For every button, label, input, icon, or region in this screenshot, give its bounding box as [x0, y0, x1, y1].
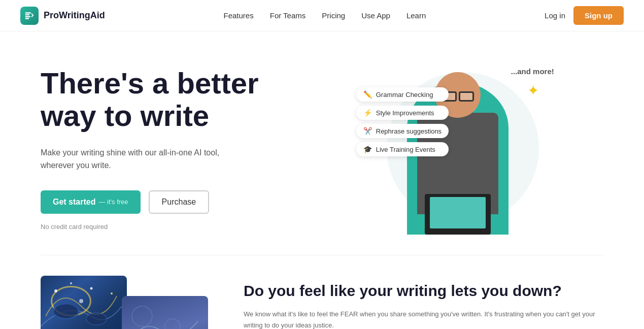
hero-right: ...and more! ✦ [322, 57, 604, 240]
second-card-svg [122, 296, 208, 329]
nav-for-teams[interactable]: For Teams [270, 11, 306, 20]
second-card-inner [122, 296, 208, 329]
svg-point-0 [54, 289, 57, 292]
logo-icon [20, 7, 39, 25]
login-button[interactable]: Log in [545, 11, 565, 20]
rephrase-icon: ✂️ [363, 127, 372, 135]
nav-pricing[interactable]: Pricing [322, 11, 345, 20]
chip-grammar: ✏️ Grammar Checking [356, 87, 449, 102]
second-title: Do you feel like your writing lets you d… [244, 281, 603, 301]
painting-card-starry [41, 276, 127, 329]
logo-area[interactable]: ProWritingAid [20, 7, 105, 25]
svg-point-2 [90, 287, 93, 290]
hero-subtitle: Make your writing shine with our all-in-… [41, 146, 244, 172]
no-credit-text: No credit card required [41, 223, 322, 231]
signup-button[interactable]: Sign up [573, 6, 624, 25]
second-section: My idea in my head Do you feel like your… [0, 255, 644, 329]
svg-point-7 [132, 306, 152, 326]
hero-section: There's a better way to write Make your … [0, 31, 644, 255]
nav-use-app[interactable]: Use App [361, 11, 390, 20]
second-text: Do you feel like your writing lets you d… [244, 276, 603, 329]
brand-name: ProWritingAid [44, 10, 105, 21]
nav-links: Features For Teams Pricing Use App Learn [224, 11, 426, 20]
training-icon: 🎓 [363, 145, 372, 153]
get-started-button[interactable]: Get started — it's free [41, 190, 141, 214]
hero-left: There's a better way to write Make your … [41, 57, 322, 231]
svg-point-5 [53, 304, 79, 319]
svg-point-4 [79, 299, 83, 303]
feature-chips: ✏️ Grammar Checking ⚡ Style Improvements… [356, 87, 449, 156]
second-desc: We know what it's like to feel the FEAR … [244, 309, 603, 329]
svg-point-3 [111, 292, 113, 294]
artwork-area: My idea in my head [41, 276, 213, 329]
nav-actions: Log in Sign up [545, 6, 624, 25]
svg-point-6 [86, 313, 107, 325]
hero-cta: Get started — it's free Purchase [41, 190, 322, 214]
free-badge: — it's free [98, 198, 128, 206]
hero-title: There's a better way to write [41, 67, 322, 132]
purchase-button[interactable]: Purchase [149, 190, 210, 214]
sparkle-icon: ✦ [527, 82, 539, 99]
laptop [425, 194, 491, 235]
nav-learn[interactable]: Learn [406, 11, 426, 20]
style-icon: ⚡ [363, 109, 372, 117]
svg-point-8 [165, 319, 180, 329]
glass-right [459, 91, 474, 102]
navbar: ProWritingAid Features For Teams Pricing… [0, 0, 644, 31]
chip-style: ⚡ Style Improvements [356, 106, 449, 120]
nav-features[interactable]: Features [224, 11, 254, 20]
chip-rephrase: ✂️ Rephrase suggestions [356, 124, 449, 138]
starry-night-bg [41, 276, 127, 329]
laptop-screen [430, 197, 486, 228]
swirl-svg [41, 276, 127, 329]
second-card: My idea in my head [122, 296, 208, 329]
illustration: ...and more! ✦ [366, 62, 559, 235]
svg-point-1 [70, 282, 72, 284]
chip-training: 🎓 Live Training Events [356, 142, 449, 156]
grammar-icon: ✏️ [363, 90, 372, 98]
